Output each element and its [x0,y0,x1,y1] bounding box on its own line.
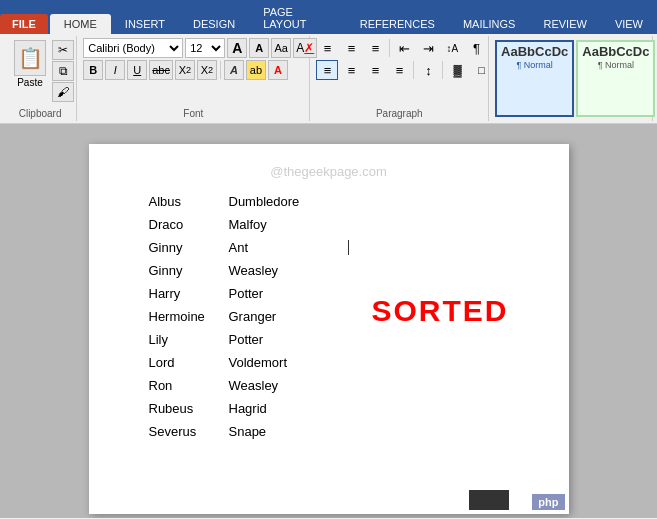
cell-first-9: Rubeus [149,401,229,416]
increase-indent-button[interactable]: ⇥ [417,38,439,58]
paragraph-label: Paragraph [316,106,482,119]
bold-button[interactable]: B [83,60,103,80]
copy-button[interactable]: ⧉ [52,61,74,81]
font-group: Calibri (Body) 12 A A Aa A✗ B I U abc X2… [77,36,310,121]
subscript-button[interactable]: X2 [175,60,195,80]
separator [220,61,221,79]
style-no-spacing-label: ¶ Normal [598,60,634,70]
sort-button[interactable]: ↕A [441,38,463,58]
style-normal-preview: AaBbCcDc [501,44,568,60]
cell-last-1: Malfoy [229,217,349,232]
tab-row: FILE HOME INSERT DESIGN PAGE LAYOUT REFE… [0,0,657,34]
table-row: Albus Dumbledore [149,194,529,209]
tab-design[interactable]: DESIGN [179,14,249,34]
style-no-spacing[interactable]: AaBbCcDc ¶ Normal [576,40,655,117]
style-no-spacing-preview: AaBbCcDc [582,44,649,60]
text-effect-button[interactable]: A [224,60,244,80]
watermark: @thegeekpage.com [270,164,387,179]
cell-first-10: Severus [149,424,229,439]
table-row: Ron Weasley [149,378,529,393]
php-black-bar [469,490,509,510]
shading-button[interactable]: ▓ [446,60,468,80]
bullets-button[interactable]: ≡ [316,38,338,58]
style-normal[interactable]: AaBbCcDc ¶ Normal [495,40,574,117]
tab-view[interactable]: VIEW [601,14,657,34]
format-painter-button[interactable]: 🖌 [52,82,74,102]
cell-last-5: Granger [229,309,349,324]
table-row: Rubeus Hagrid [149,401,529,416]
tab-home[interactable]: HOME [50,14,111,34]
para-row2: ≡ ≡ ≡ ≡ ↕ ▓ □ [316,60,492,80]
tab-review[interactable]: REVIEW [529,14,600,34]
cell-first-0: Albus [149,194,229,209]
ribbon-tabs: FILE HOME INSERT DESIGN PAGE LAYOUT REFE… [0,0,657,34]
clipboard-group: 📋 Paste ✂ ⧉ 🖌 Clipboard [4,36,77,121]
paste-icon: 📋 [14,40,46,76]
cell-last-0: Dumbledore [229,194,349,209]
justify-button[interactable]: ≡ [388,60,410,80]
separator4 [442,61,443,79]
italic-button[interactable]: I [105,60,125,80]
cell-last-7: Voldemort [229,355,349,370]
numbering-button[interactable]: ≡ [340,38,362,58]
multilevel-list-button[interactable]: ≡ [364,38,386,58]
highlight-button[interactable]: ab [246,60,266,80]
align-right-button[interactable]: ≡ [364,60,386,80]
cell-first-6: Lily [149,332,229,347]
change-case-button[interactable]: Aa [271,38,291,58]
grow-font-button[interactable]: A [227,38,247,58]
cell-last-10: Snape [229,424,349,439]
clipboard-label: Clipboard [10,106,70,119]
clipboard-top: 📋 Paste ✂ ⧉ 🖌 [10,38,74,106]
table-row: Draco Malfoy [149,217,529,232]
strikethrough-button[interactable]: abc [149,60,173,80]
table-row: Lily Potter [149,332,529,347]
table-row: Ginny Weasley [149,263,529,278]
cut-button[interactable]: ✂ [52,40,74,60]
separator2 [389,39,390,57]
shrink-font-button[interactable]: A [249,38,269,58]
font-name-select[interactable]: Calibri (Body) [83,38,183,58]
php-badge: php [532,494,564,510]
align-left-button[interactable]: ≡ [316,60,338,80]
underline-button[interactable]: U [127,60,147,80]
tab-mailings[interactable]: MAILINGS [449,14,530,34]
document-page: @thegeekpage.com Albus Dumbledore Draco … [89,144,569,514]
table-row: Severus Snape [149,424,529,439]
separator3 [413,61,414,79]
styles-row: AaBbCcDc ¶ Normal AaBbCcDc ¶ Normal [495,40,655,117]
tab-page-layout[interactable]: PAGE LAYOUT [249,2,346,34]
cell-first-1: Draco [149,217,229,232]
cell-first-5: Hermoine [149,309,229,324]
cell-first-4: Harry [149,286,229,301]
font-size-select[interactable]: 12 [185,38,225,58]
clipboard-small-buttons: ✂ ⧉ 🖌 [52,38,74,102]
document-area: @thegeekpage.com Albus Dumbledore Draco … [0,124,657,518]
cell-last-4: Potter [229,286,349,301]
tab-insert[interactable]: INSERT [111,14,179,34]
font-color-button[interactable]: A [268,60,288,80]
tab-references[interactable]: REFERENCES [346,14,449,34]
cell-last-2[interactable]: Ant [229,240,349,255]
cell-last-3: Weasley [229,263,349,278]
cell-first-7: Lord [149,355,229,370]
align-center-button[interactable]: ≡ [340,60,362,80]
styles-group: AaBbCcDc ¶ Normal AaBbCcDc ¶ Normal [489,36,653,121]
decrease-indent-button[interactable]: ⇤ [393,38,415,58]
line-spacing-button[interactable]: ↕ [417,60,439,80]
cell-first-8: Ron [149,378,229,393]
paragraph-group: ≡ ≡ ≡ ⇤ ⇥ ↕A ¶ ≡ ≡ ≡ ≡ ↕ ▓ □ Paragraph [310,36,489,121]
superscript-button[interactable]: X2 [197,60,217,80]
tab-file[interactable]: FILE [0,14,48,34]
sorted-label: SORTED [371,294,508,328]
style-normal-label: ¶ Normal [517,60,553,70]
paste-label: Paste [17,77,43,88]
show-paragraph-button[interactable]: ¶ [465,38,487,58]
font-row1: Calibri (Body) 12 A A Aa A✗ [83,38,317,58]
cell-first-3: Ginny [149,263,229,278]
para-row1: ≡ ≡ ≡ ⇤ ⇥ ↕A ¶ [316,38,487,58]
cell-last-6: Potter [229,332,349,347]
cell-last-8: Weasley [229,378,349,393]
paste-button[interactable]: 📋 Paste [10,38,50,90]
ribbon: 📋 Paste ✂ ⧉ 🖌 Clipboard Calibri (Body) 1… [0,34,657,124]
